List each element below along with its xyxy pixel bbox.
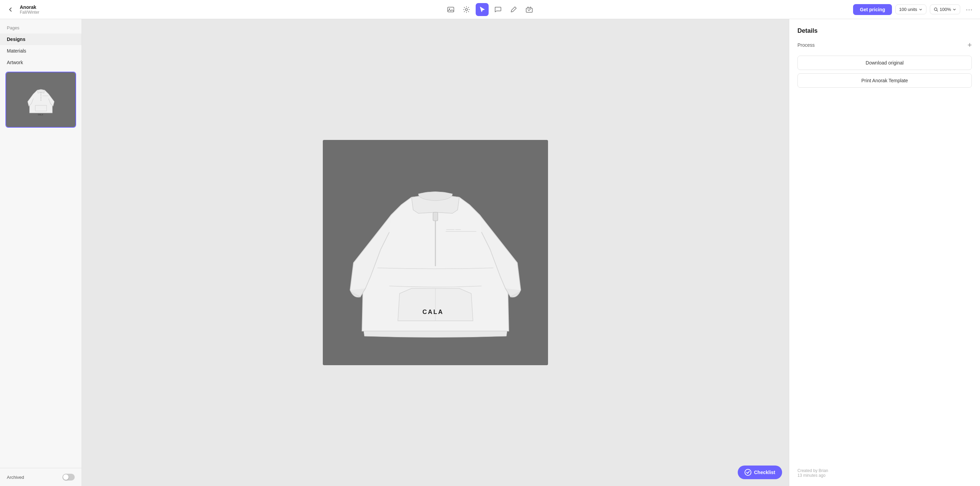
- cursor-tool-button[interactable]: [476, 3, 488, 16]
- image-tool-button[interactable]: [444, 3, 457, 16]
- sidebar-item-designs[interactable]: Designs: [0, 33, 81, 45]
- details-footer: Created by Brian 13 minutes ago: [797, 277, 972, 478]
- svg-text:CALA: CALA: [38, 114, 43, 116]
- garment-svg: ——— ——: [336, 147, 535, 359]
- svg-rect-7: [433, 212, 438, 221]
- svg-point-3: [934, 8, 937, 11]
- checklist-label: Checklist: [754, 470, 775, 475]
- project-sub: Fall/Winter: [20, 10, 39, 15]
- svg-point-1: [449, 8, 450, 9]
- sidebar-bottom: Archived: [0, 468, 81, 486]
- get-pricing-button[interactable]: Get pricing: [853, 4, 892, 15]
- pages-label: Pages: [7, 25, 19, 30]
- toggle-knob: [63, 475, 68, 480]
- project-info: Anorak Fall/Winter: [20, 5, 39, 15]
- canvas-image: ——— ——: [323, 140, 548, 365]
- process-row: Process +: [797, 41, 972, 49]
- svg-text:CALA: CALA: [422, 309, 444, 316]
- thumbnail-card[interactable]: CALA: [5, 72, 76, 127]
- checklist-icon: [745, 469, 751, 476]
- sidebar-item-materials[interactable]: Materials: [0, 45, 81, 57]
- sidebar-item-artwork[interactable]: Artwork: [0, 57, 81, 68]
- add-process-button[interactable]: +: [967, 41, 972, 49]
- more-options-button[interactable]: ⋯: [964, 3, 975, 16]
- svg-point-2: [465, 8, 468, 11]
- download-original-button[interactable]: Download original: [797, 56, 972, 70]
- zoom-selector[interactable]: 100%: [930, 5, 960, 14]
- canvas-area: ——— ——: [82, 19, 789, 486]
- toolbar: [444, 3, 536, 16]
- back-button[interactable]: [5, 5, 16, 15]
- header-left: Anorak Fall/Winter: [5, 5, 74, 15]
- zoom-value: 100%: [940, 7, 951, 12]
- svg-rect-0: [448, 7, 454, 12]
- sidebar-thumbnails: CALA: [0, 68, 81, 468]
- units-selector[interactable]: 100 units: [896, 5, 926, 14]
- main-layout: Pages Designs Materials Artwork: [0, 19, 980, 486]
- pen-tool-button[interactable]: [507, 3, 520, 16]
- comment-tool-button[interactable]: [492, 3, 504, 16]
- process-label: Process: [797, 42, 815, 48]
- svg-text:——— ——: ——— ——: [446, 228, 461, 231]
- archived-label: Archived: [7, 475, 24, 480]
- thumbnail-image: CALA: [6, 72, 75, 127]
- archived-toggle[interactable]: [62, 474, 75, 481]
- created-by: Created by Brian: [797, 468, 972, 473]
- approve-tool-button[interactable]: [523, 3, 536, 16]
- details-panel: Details Process + Download original Prin…: [789, 19, 980, 486]
- print-template-button[interactable]: Print Anorak Template: [797, 73, 972, 88]
- header-right: Get pricing 100 units 100% ⋯: [853, 3, 975, 16]
- header: Anorak Fall/Winter: [0, 0, 980, 19]
- project-name: Anorak: [20, 5, 39, 10]
- details-title: Details: [797, 27, 972, 35]
- settings-tool-button[interactable]: [460, 3, 473, 16]
- checklist-button[interactable]: Checklist: [738, 465, 782, 479]
- units-value: 100 units: [899, 7, 917, 12]
- sidebar-nav: Designs Materials Artwork: [0, 33, 81, 68]
- sidebar: Pages Designs Materials Artwork: [0, 19, 82, 486]
- pages-section: Pages: [0, 19, 81, 33]
- created-time: 13 minutes ago: [797, 473, 972, 478]
